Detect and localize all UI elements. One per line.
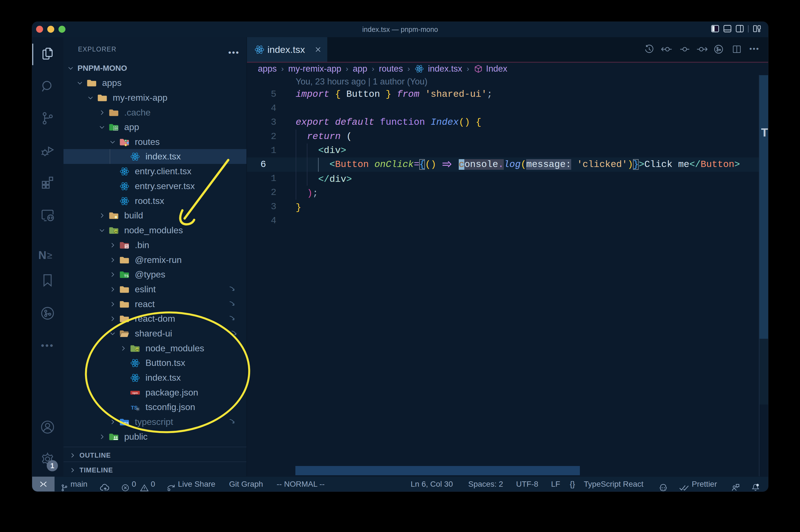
svg-text:10: 10 <box>126 246 128 248</box>
svg-text:JS: JS <box>136 348 139 351</box>
svg-text:TS: TS <box>124 421 129 425</box>
svg-text:JS: JS <box>114 230 118 233</box>
svg-text:TS: TS <box>124 274 129 278</box>
svg-text:npm: npm <box>132 391 138 394</box>
